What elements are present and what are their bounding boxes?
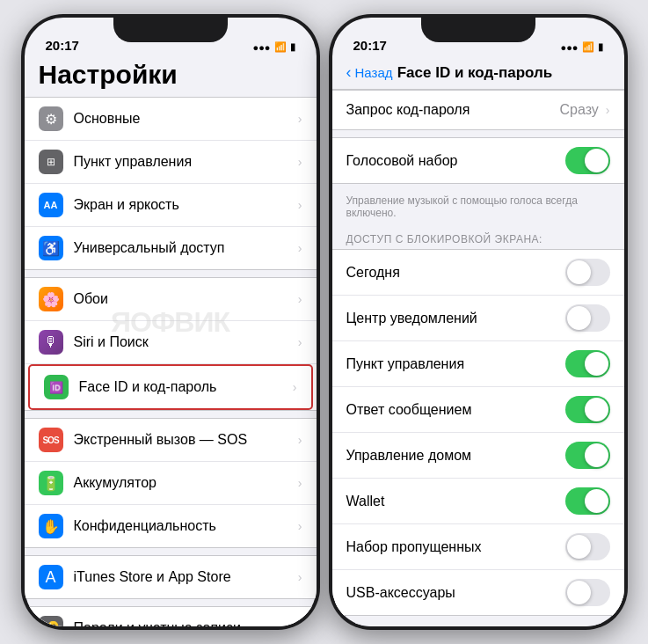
right-settings-scroll[interactable]: Запрос код-пароля Сразу › Голосовой набо… bbox=[332, 90, 624, 626]
basic-label: Основные bbox=[74, 111, 295, 127]
left-phone: 20:17 ●●● 📶 ▮ Настройки ⚙ Основные › bbox=[21, 14, 320, 630]
passcode-value: Сразу bbox=[560, 102, 599, 118]
section-4: A iTunes Store и App Store › bbox=[25, 555, 317, 599]
battery-icon: ▮ bbox=[290, 41, 295, 53]
passcode-request-label: Запрос код-пароля bbox=[346, 102, 560, 118]
left-time: 20:17 bbox=[46, 38, 79, 53]
item-voice-dial[interactable]: Голосовой набор bbox=[332, 138, 624, 183]
right-phone: 20:17 ●●● 📶 ▮ ‹ Назад Face ID и код-паро… bbox=[329, 14, 628, 630]
usb-sublabel: Разблокируйте iPhone, чтобы разрешить US… bbox=[332, 623, 624, 626]
item-reply-message[interactable]: Ответ сообщением bbox=[332, 387, 624, 433]
wallpaper-label: Обои bbox=[74, 291, 295, 307]
reply-message-label: Ответ сообщением bbox=[346, 402, 565, 418]
back-chevron-icon: ‹ bbox=[346, 63, 352, 82]
right-time: 20:17 bbox=[353, 38, 387, 53]
item-battery[interactable]: 🔋 Аккумулятор › bbox=[25, 462, 317, 505]
right-signal-icon: ●●● bbox=[561, 42, 579, 53]
signal-icon: ●●● bbox=[253, 42, 271, 53]
notification-toggle[interactable] bbox=[565, 304, 610, 332]
left-screen-title: Настройки bbox=[39, 60, 302, 90]
left-settings-scroll[interactable]: ⚙ Основные › ⊞ Пункт управления › AA Экр… bbox=[25, 97, 317, 626]
item-passcode-request[interactable]: Запрос код-пароля Сразу › bbox=[332, 91, 624, 129]
back-button[interactable]: ‹ Назад bbox=[346, 63, 393, 82]
siri-icon: 🎙 bbox=[39, 330, 63, 355]
battery-label: Аккумулятор bbox=[74, 475, 295, 491]
item-today[interactable]: Сегодня bbox=[332, 250, 624, 296]
siri-label: Siri и Поиск bbox=[74, 334, 295, 350]
voice-dial-label: Голосовой набор bbox=[346, 153, 565, 169]
right-section-2: Голосовой набор bbox=[332, 137, 624, 184]
item-faceid[interactable]: 🆔 Face ID и код-пароль › bbox=[28, 364, 313, 410]
section-1: ⚙ Основные › ⊞ Пункт управления › AA Экр… bbox=[25, 97, 317, 270]
right-notch bbox=[421, 18, 535, 42]
privacy-label: Конфиденциальность bbox=[74, 518, 295, 534]
control-center-right-label: Пункт управления bbox=[346, 356, 565, 372]
wallet-label: Wallet bbox=[346, 494, 565, 509]
right-status-icons: ●●● 📶 ▮ bbox=[561, 41, 603, 53]
today-label: Сегодня bbox=[346, 265, 565, 281]
item-control-center-right[interactable]: Пункт управления bbox=[332, 341, 624, 387]
left-status-icons: ●●● 📶 ▮ bbox=[253, 41, 295, 53]
passwords-label: Пароли и учетные записи bbox=[74, 620, 295, 626]
wallpaper-icon: 🌸 bbox=[39, 287, 63, 311]
item-wallet[interactable]: Wallet bbox=[332, 479, 624, 524]
right-wifi-icon: 📶 bbox=[582, 41, 594, 53]
item-display[interactable]: AA Экран и яркость › bbox=[25, 184, 317, 227]
itunes-label: iTunes Store и App Store bbox=[74, 569, 295, 585]
battery-icon2: 🔋 bbox=[39, 471, 63, 495]
section-5: 🔑 Пароли и учетные записи › ✉ Почта › 👤 … bbox=[25, 606, 317, 626]
itunes-icon: A bbox=[39, 565, 63, 589]
item-sos[interactable]: SOS Экстренный вызов — SOS › bbox=[25, 419, 317, 462]
sos-label: Экстренный вызов — SOS bbox=[74, 432, 295, 448]
control-center-toggle[interactable] bbox=[565, 350, 610, 377]
faceid-icon: 🆔 bbox=[44, 375, 69, 399]
passwords-icon: 🔑 bbox=[39, 616, 63, 626]
notch bbox=[113, 18, 228, 42]
back-label: Назад bbox=[355, 65, 393, 80]
faceid-label: Face ID и код-пароль bbox=[79, 379, 289, 395]
left-nav-bar: Настройки bbox=[25, 56, 317, 97]
home-control-label: Управление домом bbox=[346, 448, 565, 464]
control-center-label: Пункт управления bbox=[74, 154, 295, 170]
right-nav-bar: ‹ Назад Face ID и код-пароль bbox=[332, 56, 624, 90]
display-label: Экран и яркость bbox=[74, 197, 295, 213]
usb-label: USB-аксессуары bbox=[346, 585, 565, 601]
voice-dial-sublabel: Управление музыкой с помощью голоса всег… bbox=[332, 191, 624, 226]
today-toggle[interactable] bbox=[565, 259, 610, 286]
item-wallpaper[interactable]: 🌸 Обои › bbox=[25, 278, 317, 321]
item-basic[interactable]: ⚙ Основные › bbox=[25, 98, 317, 141]
item-missed-calls[interactable]: Набор пропущенных bbox=[332, 524, 624, 570]
display-icon: AA bbox=[39, 193, 63, 217]
right-screen-title: Face ID и код-пароль bbox=[392, 64, 557, 82]
sos-icon: SOS bbox=[39, 428, 63, 452]
right-battery-icon: ▮ bbox=[598, 41, 603, 53]
wifi-icon: 📶 bbox=[274, 41, 287, 53]
section-2: 🌸 Обои › 🎙 Siri и Поиск › 🆔 Face ID и ко… bbox=[25, 277, 317, 411]
right-section-1: Запрос код-пароля Сразу › bbox=[332, 90, 624, 130]
phones-container: 20:17 ●●● 📶 ▮ Настройки ⚙ Основные › bbox=[12, 5, 637, 639]
lock-screen-header: ДОСТУП С БЛОКИРОВКОЙ ЭКРАНА: bbox=[332, 226, 624, 249]
reply-message-toggle[interactable] bbox=[565, 396, 610, 423]
control-center-icon: ⊞ bbox=[39, 150, 63, 174]
home-control-toggle[interactable] bbox=[565, 442, 610, 469]
right-section-3: Сегодня Центр уведомлений Пункт управлен… bbox=[332, 249, 624, 616]
item-siri[interactable]: 🎙 Siri и Поиск › bbox=[25, 321, 317, 364]
item-privacy[interactable]: ✋ Конфиденциальность › bbox=[25, 505, 317, 547]
accessibility-icon: ♿ bbox=[39, 236, 63, 260]
item-itunes[interactable]: A iTunes Store и App Store › bbox=[25, 556, 317, 598]
item-control-center[interactable]: ⊞ Пункт управления › bbox=[25, 141, 317, 184]
item-passwords[interactable]: 🔑 Пароли и учетные записи › bbox=[25, 607, 317, 626]
usb-toggle[interactable] bbox=[565, 579, 610, 606]
missed-calls-label: Набор пропущенных bbox=[346, 539, 565, 555]
notification-center-label: Центр уведомлений bbox=[346, 311, 565, 326]
missed-calls-toggle[interactable] bbox=[565, 533, 610, 560]
privacy-icon: ✋ bbox=[39, 514, 63, 538]
wallet-toggle[interactable] bbox=[565, 487, 610, 515]
basic-icon: ⚙ bbox=[39, 106, 63, 131]
voice-dial-toggle[interactable] bbox=[565, 147, 610, 174]
item-notification-center[interactable]: Центр уведомлений bbox=[332, 296, 624, 341]
item-usb[interactable]: USB-аксессуары bbox=[332, 570, 624, 615]
accessibility-label: Универсальный доступ bbox=[74, 240, 295, 256]
item-accessibility[interactable]: ♿ Универсальный доступ › bbox=[25, 227, 317, 269]
item-home-control[interactable]: Управление домом bbox=[332, 433, 624, 479]
